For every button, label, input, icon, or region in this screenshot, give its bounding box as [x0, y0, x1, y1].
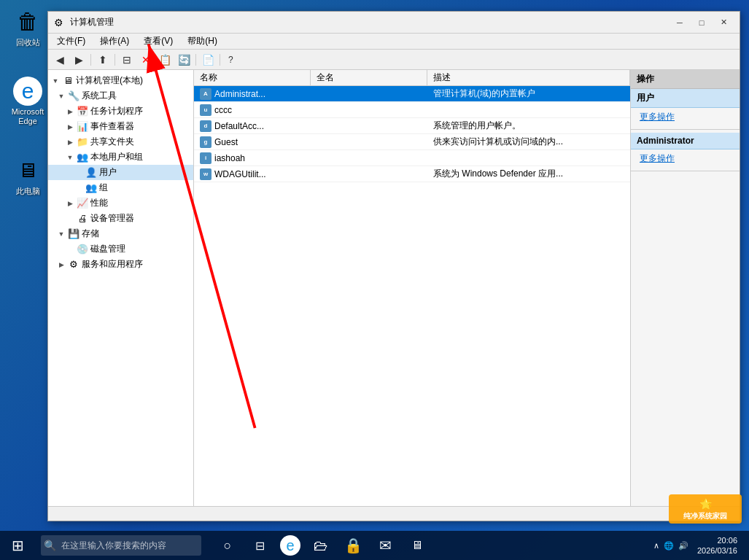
time: 20:06: [697, 535, 737, 545]
user-list-panel: 名称 全名 描述 A Administrat... 管理计算机(域)的内置帐户: [194, 70, 630, 506]
tray-chevron[interactable]: ∧: [653, 541, 659, 551]
taskbar-explorer-icon[interactable]: 🗁: [306, 531, 335, 560]
action-users-title: 用户: [631, 89, 740, 108]
user-row-iashoah[interactable]: i iashoah: [194, 150, 630, 166]
system-tools-icon: 🔧: [68, 90, 79, 102]
tree-toggle-root: ▼: [51, 77, 60, 85]
cell-name-default: d DefaultAcc...: [194, 119, 311, 133]
tree-shared-folders[interactable]: ▶ 📁 共享文件夹: [48, 134, 193, 149]
tree-disk-management[interactable]: 💿 磁盘管理: [48, 241, 193, 257]
user-row-guest[interactable]: g Guest 供来宾访问计算机或访问域的内...: [194, 134, 630, 150]
taskbar-mail-icon[interactable]: ✉: [370, 531, 400, 560]
disk-icon: 💿: [77, 244, 88, 255]
tree-shared-folders-label: 共享文件夹: [90, 136, 134, 148]
header-name[interactable]: 名称: [194, 70, 311, 85]
taskbar-system-tray: ∧ 🌐 🔊 20:06 2026/03/16: [653, 535, 749, 556]
tree-event-viewer-label: 事件查看器: [90, 120, 134, 133]
properties-button[interactable]: 📋: [156, 52, 174, 68]
guest-user-icon: g: [200, 136, 211, 148]
action-section-admin: Administrator 更多操作: [631, 133, 740, 171]
cell-fullname-wdag: [311, 173, 427, 176]
action-more-ops-users[interactable]: 更多操作: [631, 108, 740, 126]
menu-view[interactable]: 查看(V): [138, 34, 179, 49]
toolbar-separator-1: [90, 54, 91, 66]
menu-action[interactable]: 操作(A): [94, 34, 135, 49]
tree-panel: ▼ 🖥 计算机管理(本地) ▼ 🔧 系统工具 ▶ 📅 任务计划程序: [48, 70, 194, 506]
maximize-button[interactable]: □: [691, 15, 712, 30]
menu-help[interactable]: 帮助(H): [182, 34, 223, 49]
tray-network-icon[interactable]: 🌐: [664, 541, 674, 551]
user-row-cccc[interactable]: u cccc: [194, 102, 630, 118]
show-hide-button[interactable]: ⊟: [118, 52, 136, 68]
cell-desc-iashoah: [427, 157, 630, 160]
cccc-user-icon: u: [200, 104, 211, 116]
taskbar-cortana-icon[interactable]: ○: [213, 531, 242, 560]
cell-fullname-admin: [311, 93, 427, 96]
header-fullname[interactable]: 全名: [311, 70, 427, 85]
cell-name-admin: A Administrat...: [194, 87, 311, 101]
refresh-button[interactable]: 🔄: [175, 52, 193, 68]
tree-device-manager[interactable]: 🖨 设备管理器: [48, 211, 193, 226]
taskbar-quick-launch: ○ ⊟ e 🗁 🔒 ✉ 🖥: [213, 531, 432, 560]
menu-file[interactable]: 文件(F): [51, 34, 91, 49]
action-admin-title: Administrator: [631, 133, 740, 149]
tray-volume-icon[interactable]: 🔊: [678, 541, 688, 551]
minimize-button[interactable]: ─: [670, 15, 690, 30]
tree-storage[interactable]: ▼ 💾 存储: [48, 226, 193, 241]
toolbar-separator-2: [115, 54, 115, 66]
users-icon: 👤: [85, 167, 97, 179]
tree-event-viewer[interactable]: ▶ 📊 事件查看器: [48, 119, 193, 134]
tree-system-tools[interactable]: ▼ 🔧 系统工具: [48, 88, 193, 104]
computer-management-window: ⚙ 计算机管理 ─ □ ✕ 文件(F) 操作(A) 查看(V) 帮助(H) ◀ …: [47, 11, 740, 521]
help-toolbar-button[interactable]: ?: [223, 52, 238, 68]
tree-task-scheduler-label: 任务计划程序: [90, 105, 143, 117]
tree-device-manager-label: 设备管理器: [90, 212, 134, 225]
taskbar-search[interactable]: [41, 535, 201, 556]
forward-button[interactable]: ▶: [70, 52, 88, 68]
tree-storage-label: 存储: [82, 228, 99, 240]
close-button[interactable]: ✕: [713, 15, 734, 30]
clock-display[interactable]: 20:06 2026/03/16: [691, 535, 743, 556]
groups-icon: 👥: [85, 182, 97, 194]
cell-name-wdag: w WDAGUtilit...: [194, 167, 311, 182]
tree-groups[interactable]: 👥 组: [48, 180, 193, 195]
recycle-bin-icon[interactable]: 🗑 回收站: [6, 7, 50, 47]
taskbar-taskview-icon[interactable]: ⊟: [245, 531, 274, 560]
user-row-wdag[interactable]: w WDAGUtilit... 系统为 Windows Defender 应用.…: [194, 166, 630, 182]
tree-performance[interactable]: ▶ 📈 性能: [48, 195, 193, 211]
delete-button[interactable]: ✕: [137, 52, 155, 68]
tree-root-label: 计算机管理(本地): [76, 74, 143, 87]
event-viewer-icon: 📊: [77, 121, 88, 133]
cell-fullname-default: [311, 125, 427, 128]
user-row-defaultacc[interactable]: d DefaultAcc... 系统管理的用户帐户。: [194, 118, 630, 134]
taskbar-security-icon[interactable]: 🔒: [338, 531, 368, 560]
tree-task-scheduler[interactable]: ▶ 📅 任务计划程序: [48, 104, 193, 119]
status-bar: [48, 506, 740, 521]
tree-services[interactable]: ▶ ⚙ 服务和应用程序: [48, 257, 193, 272]
start-button[interactable]: ⊞: [0, 531, 35, 560]
tree-toggle-sys: ▼: [57, 92, 66, 101]
watermark-badge: 🌟 纯净系统家园: [669, 494, 742, 524]
tree-services-label: 服务和应用程序: [82, 258, 143, 271]
header-desc[interactable]: 描述: [427, 70, 630, 85]
export-button[interactable]: 📄: [199, 52, 217, 68]
taskbar-edge-icon[interactable]: e: [280, 535, 300, 556]
this-pc-icon[interactable]: 🖥 此电脑: [6, 156, 50, 196]
action-section-users: 用户 更多操作: [631, 89, 740, 130]
tree-toggle-disk: [66, 245, 74, 254]
tree-users[interactable]: 👤 用户: [48, 165, 193, 180]
taskbar-vm-icon[interactable]: 🖥: [403, 531, 432, 560]
date: 2026/03/16: [697, 545, 737, 556]
user-row-administrator[interactable]: A Administrat... 管理计算机(域)的内置帐户: [194, 86, 630, 102]
up-button[interactable]: ⬆: [94, 52, 112, 68]
cell-name-cccc: u cccc: [194, 103, 311, 117]
tree-local-users-groups[interactable]: ▼ 👥 本地用户和组: [48, 149, 193, 165]
edge-icon[interactable]: e Microsoft Edge: [6, 77, 50, 126]
action-more-ops-admin[interactable]: 更多操作: [631, 149, 740, 168]
back-button[interactable]: ◀: [51, 52, 69, 68]
tree-root[interactable]: ▼ 🖥 计算机管理(本地): [48, 73, 193, 88]
tree-toggle-users: ▼: [66, 153, 74, 162]
tree-toggle-groups: [74, 184, 83, 192]
tree-system-tools-label: 系统工具: [82, 90, 117, 102]
tree-toggle-device: [66, 214, 74, 223]
